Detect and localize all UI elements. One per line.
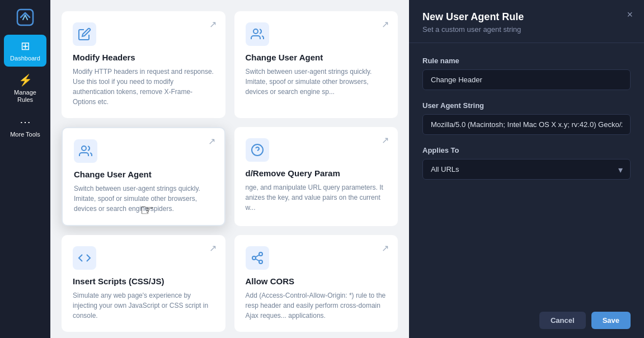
svg-rect-0 xyxy=(17,10,33,25)
arrow-icon-cors: ↗ xyxy=(382,243,389,254)
query-icon-container xyxy=(246,138,269,162)
user-agent-highlighted-title: Change User Agent xyxy=(74,170,213,179)
user-agent-top-title: Change User Agent xyxy=(246,53,387,62)
user-agent-top-icon-container xyxy=(246,22,269,46)
arrow-icon-query: ↗ xyxy=(382,135,389,145)
panel-close-button[interactable]: × xyxy=(627,9,633,21)
users-icon-top xyxy=(251,27,264,41)
sidebar-item-label-dashboard: Dashboard xyxy=(10,55,40,62)
applies-to-label: Applies To xyxy=(422,146,631,154)
tool-card-modify-headers[interactable]: ↗ Modify Headers Modify HTTP headers in … xyxy=(62,11,225,118)
more-tools-icon: ⋯ xyxy=(20,115,31,129)
arrow-icon-user-agent-top: ↗ xyxy=(382,19,389,30)
panel-footer: Cancel Save xyxy=(409,303,644,338)
tools-grid: ↗ Modify Headers Modify HTTP headers in … xyxy=(62,11,398,332)
tool-card-allow-cors[interactable]: ↗ Allow CORS Add (Access-Control-Allow-O… xyxy=(234,235,398,332)
rule-name-label: Rule name xyxy=(422,57,631,65)
query-title: d/Remove Query Param xyxy=(246,168,387,178)
panel-title: New User Agent Rule xyxy=(422,11,631,23)
manage-rules-icon: ⚡ xyxy=(18,73,32,87)
scripts-icon-container xyxy=(73,246,96,270)
right-panel: New User Agent Rule Set a custom user ag… xyxy=(409,0,644,338)
svg-point-6 xyxy=(252,256,256,260)
svg-point-7 xyxy=(259,260,262,264)
sidebar-item-dashboard[interactable]: ⊞ Dashboard xyxy=(4,35,46,67)
applies-to-select[interactable]: All URLs Specific URLs URL Pattern xyxy=(422,159,631,180)
cors-title: Allow CORS xyxy=(246,276,387,286)
arrow-icon-user-agent-highlighted: ↗ xyxy=(208,136,215,147)
panel-body: Rule name User Agent String Applies To A… xyxy=(409,43,644,303)
svg-line-8 xyxy=(255,259,259,261)
app-logo xyxy=(13,6,37,29)
user-agent-group: User Agent String xyxy=(422,101,631,135)
modify-headers-icon-container xyxy=(73,22,96,46)
sidebar-item-label-more-tools: More Tools xyxy=(10,131,40,138)
svg-point-1 xyxy=(253,29,258,34)
tool-card-change-user-agent-highlighted[interactable]: ↗ Change User Agent Switch between user-… xyxy=(62,127,225,226)
query-icon xyxy=(251,143,264,157)
sidebar-item-label-manage-rules: Manage Rules xyxy=(6,89,44,104)
modify-headers-desc: Modify HTTP headers in request and respo… xyxy=(73,67,214,107)
tool-card-change-user-agent-top[interactable]: ↗ Change User Agent Switch between user-… xyxy=(234,11,398,118)
main-content: ↗ Modify Headers Modify HTTP headers in … xyxy=(50,0,409,338)
save-button[interactable]: Save xyxy=(591,312,631,329)
sidebar-item-manage-rules[interactable]: ⚡ Manage Rules xyxy=(4,69,46,108)
user-agent-input[interactable] xyxy=(422,114,631,135)
dashboard-icon: ⊞ xyxy=(21,39,30,53)
svg-point-5 xyxy=(259,252,262,256)
query-desc: nge, and manipulate URL query parameters… xyxy=(246,182,387,213)
scripts-desc: Simulate any web page's experience by in… xyxy=(73,290,214,321)
svg-line-9 xyxy=(255,255,259,257)
user-agent-top-desc: Switch between user-agent strings quickl… xyxy=(246,67,387,97)
rule-name-input[interactable] xyxy=(422,69,631,90)
user-agent-highlighted-icon-container xyxy=(74,139,97,163)
user-agent-highlighted-desc: Switch between user-agent strings quickl… xyxy=(74,184,213,214)
modify-headers-title: Modify Headers xyxy=(73,53,214,62)
tool-card-query-param[interactable]: ↗ d/Remove Query Param nge, and manipula… xyxy=(234,127,398,226)
users-icon-highlighted xyxy=(79,144,92,158)
sidebar: ⊞ Dashboard ⚡ Manage Rules ⋯ More Tools xyxy=(0,0,50,338)
pencil-icon xyxy=(78,27,91,41)
user-agent-label: User Agent String xyxy=(422,101,631,110)
arrow-icon-scripts: ↗ xyxy=(209,243,217,254)
panel-subtitle: Set a custom user agent string xyxy=(422,25,631,34)
cors-icon-container xyxy=(246,246,269,270)
share-icon xyxy=(251,251,264,265)
arrow-icon-modify-headers: ↗ xyxy=(209,19,217,30)
code-icon xyxy=(78,251,91,265)
tool-card-insert-scripts[interactable]: ↗ Insert Scripts (CSS/JS) Simulate any w… xyxy=(62,235,225,332)
svg-point-2 xyxy=(82,146,86,151)
cancel-button[interactable]: Cancel xyxy=(539,312,586,329)
applies-to-select-wrapper: All URLs Specific URLs URL Pattern xyxy=(422,159,631,180)
sidebar-item-more-tools[interactable]: ⋯ More Tools xyxy=(4,111,46,143)
cors-desc: Add (Access-Control-Allow-Origin: *) rul… xyxy=(246,290,387,321)
scripts-title: Insert Scripts (CSS/JS) xyxy=(73,276,214,286)
panel-header: New User Agent Rule Set a custom user ag… xyxy=(409,0,644,43)
rule-name-group: Rule name xyxy=(422,57,631,90)
applies-to-group: Applies To All URLs Specific URLs URL Pa… xyxy=(422,146,631,180)
